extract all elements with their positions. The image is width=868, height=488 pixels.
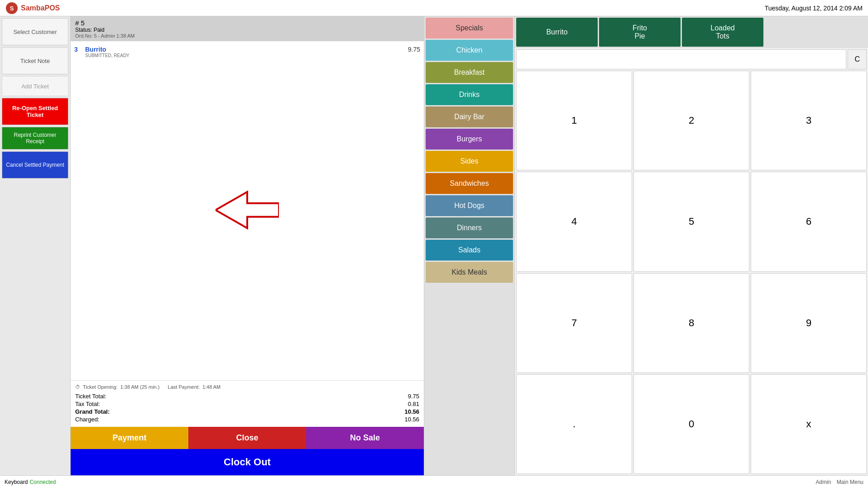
numpad-display-row: C [516, 49, 867, 69]
numpad-display[interactable] [516, 49, 846, 69]
ticket-header: # 5 Status: Paid Ord.No: 5 - Admin 1:38 … [71, 16, 424, 41]
add-ticket-button[interactable]: Add Ticket [2, 76, 68, 96]
tax-total-value: 0.81 [408, 401, 419, 407]
ticket-note-button[interactable]: Ticket Note [2, 47, 68, 74]
numpad-4[interactable]: 4 [516, 172, 632, 271]
admin-label: Admin [816, 479, 831, 485]
charged-value: 10.56 [404, 416, 419, 423]
datetime: Tuesday, August 12, 2014 2:09 AM [765, 5, 863, 12]
sidebar: Select Customer Ticket Note Add Ticket R… [0, 16, 71, 475]
product-loaded-tots[interactable]: LoadedTots [682, 18, 763, 47]
numpad-3[interactable]: 3 [751, 71, 867, 170]
footer-right: Admin Main Menu [816, 479, 863, 485]
last-payment-label: Last Payment: [168, 384, 200, 390]
item-qty: 3 [74, 46, 83, 53]
ticket-total-row: Ticket Total: 9.75 [75, 392, 419, 400]
close-button[interactable]: Close [188, 427, 306, 449]
payment-button[interactable]: Payment [71, 427, 188, 449]
sambapos-logo-icon: S [5, 2, 18, 14]
products-panel: Burrito FritoPie LoadedTots C 1 2 3 4 5 … [515, 16, 868, 475]
product-grid: Burrito FritoPie LoadedTots [515, 16, 868, 48]
category-specials[interactable]: Specials [426, 18, 513, 39]
categories-panel: Specials Chicken Breakfast Drinks Dairy … [424, 16, 515, 475]
numpad-9[interactable]: 9 [751, 273, 867, 373]
connected-status: Connected [29, 479, 56, 485]
ticket-times: ⏱ Ticket Opening: 1:38 AM (25 min.) Last… [75, 384, 419, 390]
re-open-settled-ticket-button[interactable]: Re-Open Settled Ticket [2, 98, 68, 125]
reprint-receipt-button[interactable]: Reprint Customer Receipt [2, 127, 68, 150]
numpad-dot[interactable]: . [516, 374, 632, 474]
ticket-total-value: 9.75 [408, 393, 419, 400]
numpad-x[interactable]: x [751, 374, 867, 474]
tax-total-row: Tax Total: 0.81 [75, 400, 419, 408]
main-menu-label[interactable]: Main Menu [837, 479, 863, 485]
category-sandwiches[interactable]: Sandwiches [426, 173, 513, 194]
category-dinners[interactable]: Dinners [426, 217, 513, 238]
ticket-items: 3 Burrito SUBMITTED, READY 9.75 [71, 41, 424, 380]
category-chicken[interactable]: Chicken [426, 40, 513, 61]
ticket-totals: Ticket Total: 9.75 Tax Total: 0.81 Grand… [75, 392, 419, 423]
numpad-1[interactable]: 1 [516, 71, 632, 170]
grand-total-value: 10.56 [404, 408, 419, 415]
logo: S SambaPOS [5, 2, 60, 14]
main-content: Select Customer Ticket Note Add Ticket R… [0, 16, 868, 475]
category-dairy-bar[interactable]: Dairy Bar [426, 106, 513, 127]
footer: Keyboard Connected Admin Main Menu [0, 475, 868, 488]
item-status: SUBMITTED, READY [85, 53, 406, 58]
ticket-total-label: Ticket Total: [75, 393, 106, 400]
time-icon: ⏱ [75, 384, 80, 390]
ticket-ord-info: Ord.No: 5 - Admin 1:38 AM [75, 33, 419, 39]
header: S SambaPOS Tuesday, August 12, 2014 2:09… [0, 0, 868, 16]
tax-total-label: Tax Total: [75, 401, 100, 407]
last-payment-value: 1:48 AM [202, 384, 221, 390]
arrow-indicator [216, 190, 279, 232]
category-burgers[interactable]: Burgers [426, 129, 513, 150]
numpad-6[interactable]: 6 [751, 172, 867, 271]
numpad-2[interactable]: 2 [633, 71, 749, 170]
ticket-footer: ⏱ Ticket Opening: 1:38 AM (25 min.) Last… [71, 380, 424, 427]
numpad-8[interactable]: 8 [633, 273, 749, 373]
grand-total-label: Grand Total: [75, 408, 110, 415]
item-name: Burrito [85, 46, 406, 53]
logo-text: SambaPOS [21, 4, 60, 12]
ticket-number: # 5 [75, 19, 419, 27]
clock-out-button[interactable]: Clock Out [71, 449, 424, 475]
keyboard-status: Keyboard Connected [5, 479, 56, 485]
item-price: 9.75 [408, 46, 420, 53]
numpad-clear-button[interactable]: C [848, 49, 867, 69]
charged-row: Charged: 10.56 [75, 416, 419, 423]
category-salads[interactable]: Salads [426, 240, 513, 261]
grand-total-row: Grand Total: 10.56 [75, 408, 419, 416]
svg-marker-2 [216, 192, 279, 228]
product-frito-pie[interactable]: FritoPie [599, 18, 681, 47]
no-sale-button[interactable]: No Sale [306, 427, 424, 449]
ticket-opening-value: 1:38 AM (25 min.) [120, 384, 160, 390]
category-breakfast[interactable]: Breakfast [426, 62, 513, 83]
product-burrito[interactable]: Burrito [516, 18, 598, 47]
category-sides[interactable]: Sides [426, 151, 513, 172]
svg-text:S: S [10, 5, 14, 12]
cancel-settled-payment-button[interactable]: Cancel Settled Payment [2, 151, 68, 179]
keyboard-label: Keyboard [5, 479, 28, 485]
category-drinks[interactable]: Drinks [426, 84, 513, 105]
ticket-opening-label: Ticket Opening: [83, 384, 118, 390]
ticket-status: Status: Paid [75, 27, 419, 33]
ticket-item[interactable]: 3 Burrito SUBMITTED, READY 9.75 [74, 45, 420, 59]
category-hot-dogs[interactable]: Hot Dogs [426, 195, 513, 216]
charged-label: Charged: [75, 416, 99, 423]
numpad-grid: 1 2 3 4 5 6 7 8 9 . 0 x [516, 71, 867, 474]
numpad-5[interactable]: 5 [633, 172, 749, 271]
numpad-7[interactable]: 7 [516, 273, 632, 373]
category-kids-meals[interactable]: Kids Meals [426, 262, 513, 283]
numpad-area: C 1 2 3 4 5 6 7 8 9 . 0 x [515, 48, 868, 475]
select-customer-button[interactable]: Select Customer [2, 18, 68, 45]
ticket-area: # 5 Status: Paid Ord.No: 5 - Admin 1:38 … [71, 16, 424, 475]
numpad-0[interactable]: 0 [633, 374, 749, 474]
ticket-actions: Payment Close No Sale [71, 427, 424, 449]
